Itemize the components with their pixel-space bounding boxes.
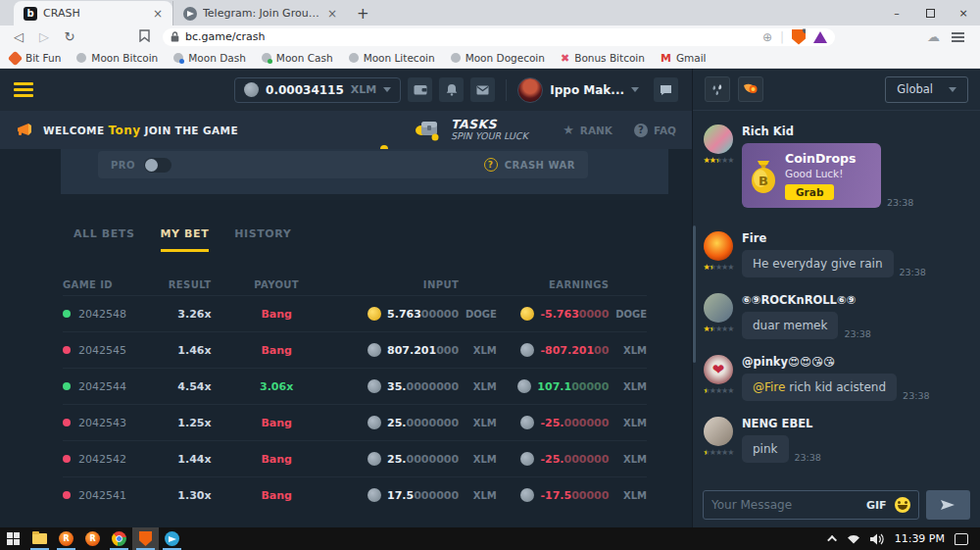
result-dot — [63, 346, 71, 354]
tab-all-bets[interactable]: ALL BETS — [74, 227, 135, 252]
balance-amount: 0.00034115 — [266, 83, 344, 97]
pro-toggle[interactable] — [144, 158, 172, 173]
new-tab-button[interactable]: + — [347, 5, 379, 25]
chat-message: ★★★★★★★★★★ ⑥⑨ROCKnROLL⑥⑨ duar memek 23:3… — [703, 293, 968, 339]
wallet-button[interactable] — [408, 77, 432, 102]
treasure-chest-icon — [414, 118, 443, 143]
notifications-button[interactable] — [439, 77, 464, 102]
bet-row[interactable]: 2042541 1.30x Bang 17.5000000 XLM -17.50… — [63, 476, 647, 513]
card-title: CoinDrops — [785, 151, 856, 166]
tab-crash[interactable]: b CRASH × — [14, 1, 172, 25]
bookmark-bonus-bitcoin[interactable]: ✖Bonus Bitcoin — [561, 52, 645, 65]
earnings-amount: 107.100000 — [537, 380, 609, 393]
forward-button[interactable]: ▷ — [33, 29, 55, 44]
avatar[interactable] — [704, 125, 733, 154]
wifi-icon[interactable] — [847, 533, 860, 544]
chat-scrollbar[interactable] — [693, 225, 696, 363]
tab-my-bet[interactable]: MY BET — [161, 227, 210, 252]
bookmark-gmail[interactable]: MGmail — [661, 52, 707, 65]
bookmark-moon-dash[interactable]: Moon Dash — [173, 52, 246, 64]
user-avatar[interactable] — [517, 77, 543, 103]
bookmark-moon-cash[interactable]: Moon Cash — [262, 52, 333, 64]
messages-button[interactable] — [470, 77, 495, 102]
chrome-taskbar-icon[interactable] — [106, 527, 132, 550]
tab-telegram[interactable]: Telegram: Join Group Chat × — [172, 1, 347, 25]
start-button[interactable] — [0, 527, 26, 550]
game-strip: PRO ? CRASH WAR — [0, 149, 692, 200]
window-minimize-button[interactable]: – — [880, 0, 913, 25]
notification-center-icon[interactable] — [955, 533, 968, 545]
brave-rewards-icon[interactable] — [813, 31, 827, 43]
site-menu-icon[interactable] — [14, 88, 33, 91]
faq-link[interactable]: ?FAQ — [634, 124, 676, 137]
avatar[interactable] — [704, 231, 733, 261]
gif-button[interactable]: GIF — [866, 499, 887, 512]
chevron-down-icon[interactable] — [631, 87, 639, 92]
earnings-unit: XLM — [609, 418, 647, 428]
back-button[interactable]: ◁ — [8, 29, 29, 44]
result-multiplier: 1.46x — [167, 344, 212, 357]
tab-title: Telegram: Join Group Chat — [203, 7, 319, 20]
tray-expand-icon[interactable] — [827, 535, 837, 545]
message-bubble: pink — [742, 435, 789, 463]
bookmark-bit-fun[interactable]: Bit Fun — [10, 52, 61, 64]
volume-icon[interactable] — [870, 533, 885, 545]
tab-close-icon[interactable]: × — [325, 7, 339, 21]
orange-app-icon: R — [85, 531, 100, 546]
window-close-button[interactable]: × — [947, 0, 980, 25]
reload-button[interactable]: ↻ — [59, 29, 80, 44]
bet-row[interactable]: 2042548 3.26x Bang 5.76300000 DOGE -5.76… — [63, 295, 647, 331]
app-icon-1[interactable]: R — [53, 527, 79, 550]
avatar[interactable]: ❤ — [704, 355, 733, 384]
emoji-picker-icon[interactable] — [895, 497, 910, 513]
bet-row[interactable]: 2042544 4.54x 3.06x 35.0000000 XLM 107.1… — [63, 368, 647, 404]
user-rating: ★★★★★★★★★★ — [704, 157, 734, 165]
payout-value: 3.06x — [260, 380, 293, 393]
message-input[interactable] — [711, 498, 858, 512]
telegram-taskbar-icon[interactable] — [159, 527, 185, 550]
earnings-unit: XLM — [609, 381, 647, 392]
coindrop-button[interactable] — [738, 76, 763, 102]
window-maximize-button[interactable] — [913, 0, 947, 25]
bookmark-moon-dogecoin[interactable]: Moon Dogecoin — [451, 52, 545, 64]
chat-toggle-button[interactable] — [654, 77, 678, 102]
balance-selector[interactable]: 0.00034115 XLM — [234, 77, 401, 103]
tab-close-icon[interactable]: × — [151, 7, 165, 21]
bookmark-add-icon[interactable]: ⊕ — [762, 30, 772, 44]
grab-button[interactable]: Grab — [785, 184, 834, 200]
bonus-bitcoin-icon: ✖ — [561, 52, 569, 65]
crash-war-link[interactable]: ? CRASH WAR — [484, 158, 575, 172]
username[interactable]: Ippo Mak... — [550, 83, 624, 97]
rank-link[interactable]: ★RANK — [563, 123, 612, 137]
send-button[interactable] — [926, 490, 970, 520]
chat-channel-select[interactable]: Global — [885, 76, 968, 103]
bookmark-icon[interactable] — [133, 29, 155, 45]
bet-row[interactable]: 2042545 1.46x Bang 807.201000 XLM -807.2… — [63, 331, 647, 368]
result-multiplier: 3.26x — [167, 308, 212, 321]
input-unit: XLM — [459, 381, 497, 392]
address-bar[interactable]: bc.game/crash ⊕ | — [163, 28, 835, 46]
avatar[interactable] — [704, 293, 733, 323]
bet-row[interactable]: 2042543 1.25x Bang 25.0000000 XLM -25.00… — [63, 404, 647, 440]
clock[interactable]: 11:39 PM — [895, 532, 945, 545]
bet-row[interactable]: 2042542 1.44x Bang 25.0000000 XLM -25.00… — [63, 440, 647, 476]
bet-table-header: GAME ID RESULT PAYOUT INPUT EARNINGS — [63, 274, 647, 295]
earn-coin-icon — [520, 452, 534, 466]
browser-tab-strip: b CRASH × Telegram: Join Group Chat × + … — [0, 0, 980, 25]
sync-cloud-icon[interactable]: ☁ — [927, 29, 940, 44]
tab-history[interactable]: HISTORY — [234, 227, 291, 252]
bookmark-moon-litecoin[interactable]: Moon Litecoin — [349, 52, 435, 64]
game-id: 2042548 — [78, 308, 126, 321]
game-id: 2042542 — [78, 453, 126, 466]
bookmark-moon-bitcoin[interactable]: Moon Bitcoin — [76, 52, 158, 64]
banner-links: ★RANK ?FAQ — [563, 123, 676, 137]
tasks-banner[interactable]: TASKS SPIN YOUR LUCK — [414, 118, 528, 143]
avatar[interactable] — [704, 417, 733, 446]
rain-button[interactable] — [705, 76, 730, 102]
browser-menu-icon[interactable] — [952, 36, 964, 38]
app-icon-2[interactable]: R — [79, 527, 106, 550]
file-explorer-icon[interactable] — [26, 527, 53, 550]
input-unit: DOGE — [459, 309, 497, 320]
brave-taskbar-icon[interactable] — [132, 527, 159, 550]
brave-shield-icon[interactable] — [792, 29, 806, 45]
